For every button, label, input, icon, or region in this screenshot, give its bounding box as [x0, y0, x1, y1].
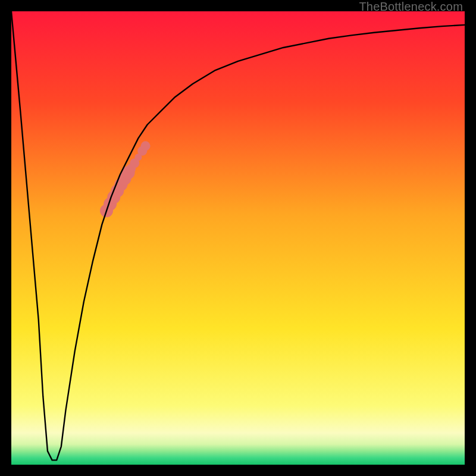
marker-dot: [141, 141, 151, 151]
bottleneck-chart: [11, 11, 465, 465]
watermark-text: TheBottleneck.com: [359, 0, 463, 14]
chart-frame: [11, 11, 465, 465]
gradient-background: [11, 11, 465, 465]
